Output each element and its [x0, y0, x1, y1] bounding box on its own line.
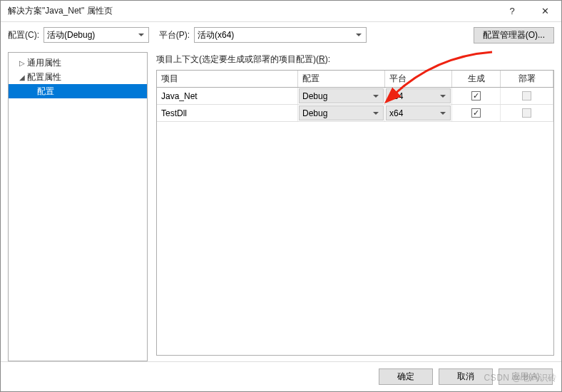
- deploy-checkbox: [522, 108, 531, 118]
- table-row[interactable]: Java_NetDebugx64✓: [157, 88, 553, 105]
- main-area: ▷ 通用属性 ◢ 配置属性 配置 项目上下文(选定要生成或部署的项目配置)(R)…: [1, 48, 561, 361]
- footer: 确定 取消 应用(A): [1, 361, 561, 391]
- project-grid: 项目 配置 平台 生成 部署 Java_NetDebugx64✓TestDllD…: [156, 70, 554, 356]
- platform-dropdown[interactable]: x64: [386, 105, 451, 120]
- col-deploy[interactable]: 部署: [501, 71, 553, 87]
- expander-icon: ▷: [19, 59, 26, 67]
- tree-node-config-props[interactable]: ◢ 配置属性: [9, 70, 147, 84]
- grid-header: 项目 配置 平台 生成 部署: [157, 71, 553, 88]
- config-label: 配置(C):: [8, 29, 39, 41]
- config-combo[interactable]: 活动(Debug): [44, 27, 149, 43]
- tree-node-common[interactable]: ▷ 通用属性: [9, 56, 147, 70]
- expander-icon: ◢: [19, 73, 26, 81]
- tree-node-config[interactable]: 配置: [9, 84, 147, 98]
- cell-project: Java_Net: [157, 88, 298, 104]
- apply-button[interactable]: 应用(A): [499, 368, 553, 385]
- context-label: 项目上下文(选定要生成或部署的项目配置)(R):: [156, 53, 554, 66]
- ok-button[interactable]: 确定: [379, 368, 433, 385]
- content-pane: 项目上下文(选定要生成或部署的项目配置)(R): 项目 配置 平台 生成 部署 …: [148, 48, 561, 361]
- toolbar: 配置(C): 活动(Debug) 平台(P): 活动(x64) 配置管理器(O)…: [1, 22, 561, 48]
- build-checkbox[interactable]: ✓: [471, 108, 481, 118]
- build-checkbox[interactable]: ✓: [471, 91, 481, 100]
- config-manager-button[interactable]: 配置管理器(O)...: [474, 27, 554, 43]
- close-button[interactable]: ✕: [528, 1, 561, 22]
- config-dropdown[interactable]: Debug: [299, 88, 384, 103]
- col-build[interactable]: 生成: [452, 71, 501, 87]
- platform-combo-value: 活动(x64): [198, 29, 234, 41]
- platform-dropdown[interactable]: x64: [386, 88, 451, 103]
- config-combo-value: 活动(Debug): [47, 29, 95, 41]
- table-row[interactable]: TestDllDebugx64✓: [157, 105, 553, 122]
- col-project[interactable]: 项目: [157, 71, 298, 87]
- help-button[interactable]: ?: [496, 1, 528, 22]
- config-dropdown[interactable]: Debug: [299, 105, 384, 120]
- col-platform[interactable]: 平台: [385, 71, 452, 87]
- col-config[interactable]: 配置: [298, 71, 385, 87]
- deploy-checkbox: [522, 91, 531, 100]
- tree-view[interactable]: ▷ 通用属性 ◢ 配置属性 配置: [8, 52, 148, 361]
- platform-label: 平台(P):: [159, 29, 190, 41]
- window-title: 解决方案"Java_Net" 属性页: [8, 5, 496, 17]
- cancel-button[interactable]: 取消: [439, 368, 493, 385]
- cell-project: TestDll: [157, 105, 298, 121]
- platform-combo[interactable]: 活动(x64): [194, 27, 367, 43]
- title-bar: 解决方案"Java_Net" 属性页 ? ✕: [1, 1, 561, 22]
